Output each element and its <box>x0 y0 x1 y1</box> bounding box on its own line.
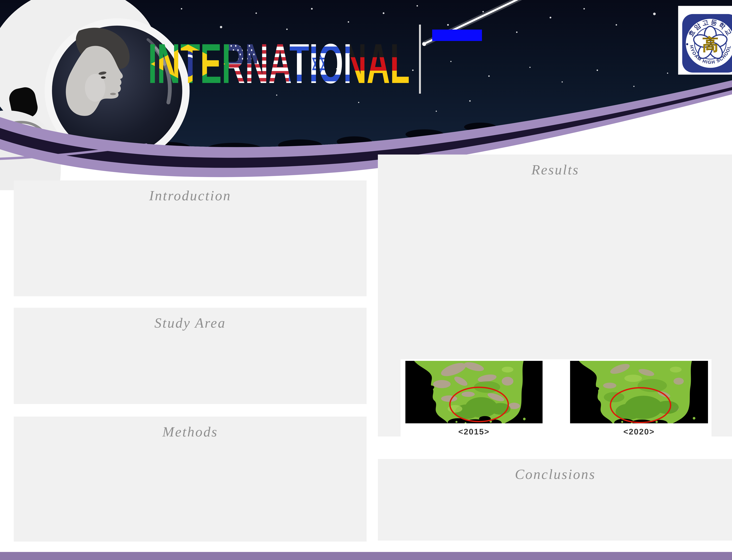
introduction-panel: Introduction <box>14 180 367 296</box>
study-area-panel: Study Area <box>14 308 367 404</box>
school-logo: 효암고등학교 HYOAM HIGH SCHOOL 高 <box>679 6 732 74</box>
results-figure-band: <2015> <box>401 359 712 442</box>
methods-panel: Methods <box>14 417 367 542</box>
study-area-title: Study Area <box>14 308 367 331</box>
international-title: INTERNATIONAL <box>148 43 410 84</box>
blue-highlight-bar <box>432 30 482 41</box>
conclusions-title: Conclusions <box>378 459 732 482</box>
introduction-title: Introduction <box>14 180 367 204</box>
logo-center-character: 高 <box>702 35 718 53</box>
international-wordmark: INTERNATIONAL <box>147 43 411 84</box>
figure-caption-2015: <2015> <box>406 427 543 436</box>
figure-caption-2020: <2020> <box>570 427 708 436</box>
footer-bar <box>0 552 732 560</box>
satellite-map-figure-2015: <2015> <box>406 361 543 436</box>
satellite-map-2015 <box>406 361 543 423</box>
poster-page: INTERNATIONAL 효암고등학교 HYOAM HIGH SCHOOL <box>0 0 732 560</box>
conclusions-panel: Conclusions <box>378 459 732 541</box>
satellite-map-figure-2020: <2020> <box>570 361 708 436</box>
methods-title: Methods <box>14 417 367 440</box>
satellite-map-2020 <box>570 361 708 423</box>
results-title: Results <box>378 155 732 178</box>
header-divider-line <box>419 25 421 94</box>
